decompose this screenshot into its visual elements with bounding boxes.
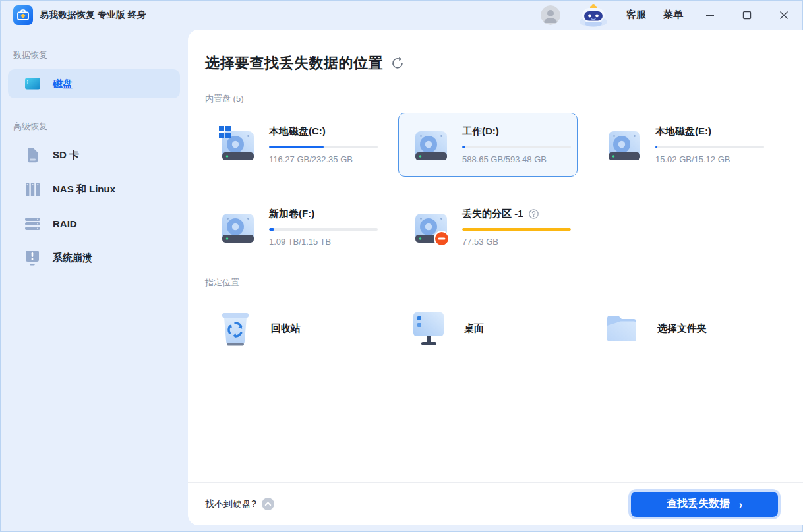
disk-grid: 本地磁盘(C:) 116.27 GB/232.35 GB 工作(D:) 588.…	[205, 113, 777, 259]
sidebar-item-sd-card[interactable]: SD 卡	[8, 140, 180, 169]
minus-badge-icon	[434, 231, 449, 246]
sidebar-item-label: RAID	[53, 218, 77, 229]
close-button[interactable]	[774, 5, 794, 25]
main-panel: 选择要查找丢失数据的位置 内置盘 (5)	[188, 30, 803, 525]
sidebar-item-label: NAS 和 Linux	[53, 183, 115, 196]
hard-drive-icon	[219, 126, 256, 164]
sidebar-item-disk[interactable]: 磁盘	[8, 69, 180, 98]
sidebar: 数据恢复 磁盘 高级恢复 SD 卡	[0, 30, 188, 532]
chevron-right-icon: ›	[739, 498, 742, 511]
disk-name: 本地磁盘(E:)	[655, 125, 711, 138]
capacity-bar	[269, 228, 378, 231]
hard-drive-icon	[219, 208, 256, 247]
folder-icon	[605, 309, 639, 347]
disk-size: 588.65 GB/593.48 GB	[462, 154, 571, 164]
app-title: 易我数据恢复 专业版 终身	[40, 9, 146, 21]
cant-find-disk-link[interactable]: 找不到硬盘?	[205, 498, 274, 510]
section-label-recovery: 数据恢复	[13, 49, 188, 61]
location-select-folder[interactable]: 选择文件夹	[591, 302, 771, 355]
collapse-up-icon[interactable]	[262, 498, 274, 510]
sd-card-icon	[24, 148, 41, 163]
disk-name: 丢失的分区 -1	[462, 208, 523, 220]
hint-text: 找不到硬盘?	[205, 498, 256, 510]
nas-servers-icon	[24, 182, 41, 197]
page-title: 选择要查找丢失数据的位置	[205, 53, 383, 73]
disk-card-c[interactable]: 本地磁盘(C:) 116.27 GB/232.35 GB	[205, 113, 384, 177]
internal-disks-label: 内置盘 (5)	[205, 93, 777, 105]
location-recycle-bin[interactable]: 回收站	[205, 302, 384, 355]
disk-card-d[interactable]: 工作(D:) 588.65 GB/593.48 GB	[398, 113, 578, 177]
disk-card-lost-partition[interactable]: 丢失的分区 -1 77.53 GB	[398, 195, 578, 259]
minimize-button[interactable]	[700, 5, 720, 25]
titlebar: 易我数据恢复 专业版 终身 客服 菜单	[0, 0, 803, 30]
sidebar-item-raid[interactable]: RAID	[8, 209, 180, 238]
section-label-advanced: 高级恢复	[13, 121, 188, 133]
app-logo-icon	[13, 5, 33, 25]
sidebar-item-nas-linux[interactable]: NAS 和 Linux	[8, 175, 180, 204]
customer-service-link[interactable]: 客服	[626, 9, 646, 21]
hard-drive-icon	[605, 126, 642, 164]
disk-size: 15.02 GB/15.12 GB	[655, 154, 764, 164]
scan-button[interactable]: 查找丢失数据 ›	[631, 492, 778, 517]
locations-label: 指定位置	[205, 277, 777, 289]
hard-drive-icon	[412, 126, 449, 164]
disk-size: 116.27 GB/232.35 GB	[269, 154, 378, 164]
assistant-mascot-icon[interactable]	[578, 3, 609, 27]
disk-name: 工作(D:)	[462, 125, 499, 138]
scan-button-label: 查找丢失数据	[667, 497, 730, 511]
location-desktop[interactable]: 桌面	[398, 302, 578, 355]
locations-grid: 回收站 桌面	[205, 302, 777, 355]
desktop-monitor-icon	[411, 309, 446, 347]
disk-card-f[interactable]: 新加卷(F:) 1.09 TB/1.15 TB	[205, 195, 384, 259]
maximize-button[interactable]	[737, 5, 757, 25]
capacity-bar	[462, 146, 571, 148]
location-label: 桌面	[464, 322, 484, 335]
raid-stack-icon	[24, 218, 41, 230]
capacity-bar	[462, 228, 571, 231]
disk-icon	[24, 77, 41, 90]
footer-bar: 找不到硬盘? 查找丢失数据 ›	[188, 482, 803, 525]
refresh-icon[interactable]	[391, 57, 404, 70]
sidebar-item-label: 系统崩溃	[53, 252, 92, 264]
disk-name: 新加卷(F:)	[269, 208, 314, 220]
location-label: 回收站	[271, 322, 301, 335]
user-avatar[interactable]	[541, 5, 560, 25]
recycle-bin-icon	[218, 309, 253, 347]
capacity-bar	[269, 146, 378, 148]
capacity-bar	[655, 146, 764, 148]
sidebar-item-label: 磁盘	[53, 78, 73, 90]
disk-size: 77.53 GB	[462, 237, 571, 247]
sidebar-item-system-crash[interactable]: 系统崩溃	[8, 243, 180, 272]
crash-warning-icon	[24, 251, 41, 266]
menu-link[interactable]: 菜单	[663, 9, 683, 21]
help-icon[interactable]	[529, 209, 539, 219]
sidebar-item-label: SD 卡	[53, 149, 79, 162]
disk-size: 1.09 TB/1.15 TB	[269, 237, 378, 247]
location-label: 选择文件夹	[657, 322, 707, 335]
hard-drive-lost-icon	[412, 208, 449, 247]
disk-card-e[interactable]: 本地磁盘(E:) 15.02 GB/15.12 GB	[591, 113, 771, 177]
disk-name: 本地磁盘(C:)	[269, 125, 326, 138]
